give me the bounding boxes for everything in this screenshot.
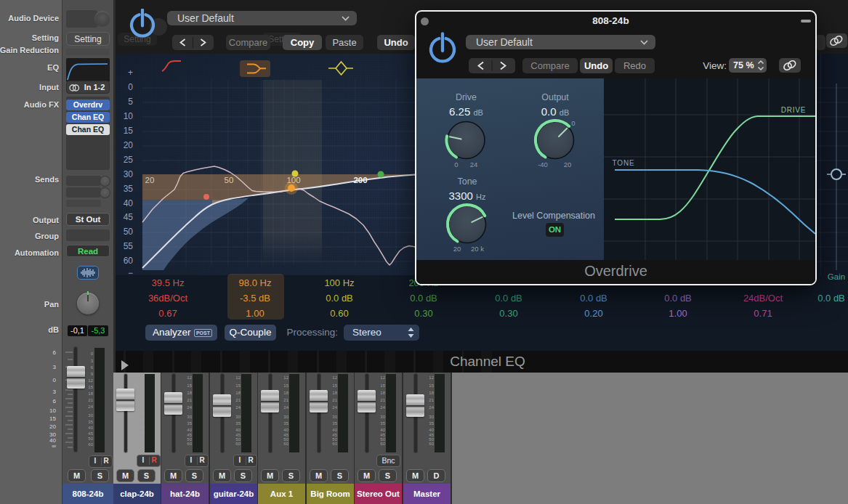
svg-text:200: 200 [353, 176, 367, 184]
svg-text:TONE: TONE [613, 159, 635, 167]
svg-text:DRIVE: DRIVE [781, 106, 807, 114]
svg-text:50: 50 [225, 176, 234, 184]
svg-text:20: 20 [145, 176, 155, 184]
